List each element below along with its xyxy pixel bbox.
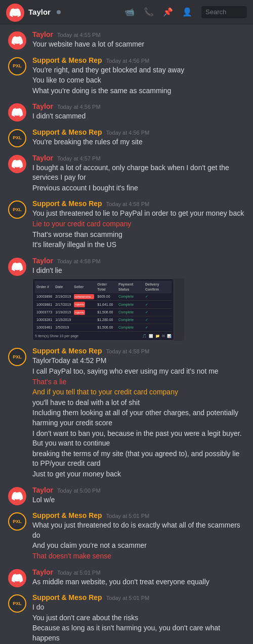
table-header: Seller: [72, 281, 96, 293]
message-body: Support & Meso RepToday at 4:56 PMYou're…: [32, 56, 245, 97]
header-avatar: [6, 4, 24, 22]
message-body: TaylorToday at 5:00 PMLol w/e: [32, 486, 245, 506]
pxl-avatar-text: PXL: [13, 136, 22, 140]
search-box[interactable]: Search: [201, 6, 247, 18]
discord-logo-icon: [12, 35, 23, 46]
message-header: PXLSupport & Meso RepToday at 4:56 PMYou…: [8, 56, 245, 97]
message-line: I call PayPal too, saying who ever using…: [32, 367, 245, 377]
header: Taylor 📹 📞 📌 👤 Search: [0, 0, 253, 24]
table-header: Date: [54, 281, 72, 293]
table-row: 10003461 1/5/2019 $1,506.00 Complete ✓: [35, 324, 172, 331]
message-group: TaylorToday at 4:56 PMI didn't scammed: [0, 100, 253, 125]
order-date: 1/15/2019: [54, 316, 72, 324]
message-group: TaylorToday at 4:55 PMYour website have …: [0, 28, 253, 53]
order-seller: rohsteinsha...: [72, 293, 96, 301]
message-meta: TaylorToday at 4:56 PM: [32, 102, 245, 110]
pxl-avatar-text: PXL: [13, 64, 22, 68]
discord-logo-icon: [12, 107, 23, 118]
avatar: PXL: [8, 512, 26, 531]
order-total: $1,506.00: [96, 324, 117, 331]
author-name: Support & Meso Rep: [32, 56, 102, 64]
message-line: I didn't scammed: [32, 111, 245, 122]
avatar: PXL: [8, 200, 26, 219]
message-line: I didn't lie: [32, 266, 245, 276]
table-row: 10003281 1/15/2019 $1,280.00 Complete ✓: [35, 316, 172, 324]
message-meta: Support & Meso RepToday at 5:01 PM: [32, 593, 245, 601]
delivery-confirm: ✓: [144, 308, 172, 316]
message-line: And you claim you're not a scammer: [32, 541, 245, 551]
messages-container: TaylorToday at 4:55 PMYour website have …: [0, 24, 253, 644]
message-line: you'll have to deal with a lot of shit: [32, 398, 245, 408]
table-header: Payment Status: [117, 281, 144, 293]
message-line: breaking the terms of my site (that you …: [32, 449, 245, 469]
discord-logo-icon: [12, 261, 23, 272]
table-row: 10003881 2/17/2019 ngunty $1,641.00 Comp…: [35, 301, 172, 308]
order-seller: [72, 324, 96, 331]
author-name: Support & Meso Rep: [32, 347, 102, 355]
table-footer-text: 5 item(s) Show 10 per page: [35, 334, 78, 339]
message-timestamp: Today at 4:56 PM: [106, 130, 150, 136]
table-header: Order #: [35, 281, 54, 293]
message-header: PXLSupport & Meso RepToday at 5:01 PMI d…: [8, 593, 245, 643]
order-seller: [72, 316, 96, 324]
order-total: $609.00: [96, 293, 117, 301]
message-content: Your website have a lot of scammer: [32, 39, 245, 50]
delivery-confirm: ✓: [144, 293, 172, 301]
message-line: And if you tell that to your credit card…: [32, 387, 245, 397]
message-body: Support & Meso RepToday at 4:58 PMYou ju…: [32, 199, 245, 250]
message-content: What you just threatened to do is exactl…: [32, 520, 245, 561]
message-content: I bought a lot of account, only charge b…: [32, 163, 245, 193]
discord-icon: [10, 7, 21, 18]
pxl-avatar-text: PXL: [13, 519, 22, 524]
message-line: Previous account I bought it's fine: [32, 183, 245, 193]
order-number: 10003881: [35, 301, 54, 308]
message-group: TaylorToday at 4:58 PMI didn't lie Order…: [0, 255, 253, 344]
message-line: That's a lie: [32, 377, 245, 387]
avatar: [8, 103, 26, 122]
message-line: You like to come back: [32, 75, 245, 86]
message-meta: Support & Meso RepToday at 5:01 PM: [32, 511, 245, 519]
message-header: PXLSupport & Meso RepToday at 4:58 PMTay…: [8, 347, 245, 479]
message-line: Because as long as it isn't harming you,…: [32, 623, 245, 643]
message-meta: Support & Meso RepToday at 4:56 PM: [32, 56, 245, 64]
message-body: TaylorToday at 4:56 PMI didn't scammed: [32, 102, 245, 122]
message-meta: Support & Meso RepToday at 4:58 PM: [32, 347, 245, 355]
pxl-avatar-text: PXL: [13, 601, 22, 606]
message-meta: Support & Meso RepToday at 4:58 PM: [32, 199, 245, 208]
message-content: As middle man website, you don't treat e…: [32, 577, 245, 587]
message-timestamp: Today at 4:58 PM: [57, 258, 101, 264]
message-meta: TaylorToday at 5:00 PM: [32, 486, 245, 494]
search-placeholder: Search: [205, 8, 226, 16]
message-header: TaylorToday at 5:01 PMAs middle man webs…: [8, 568, 245, 588]
message-meta: TaylorToday at 4:55 PM: [32, 30, 245, 38]
message-header: TaylorToday at 5:00 PMLol w/e: [8, 486, 245, 506]
pin-icon[interactable]: 📌: [163, 7, 173, 17]
message-meta: Support & Meso RepToday at 4:56 PM: [32, 128, 245, 136]
avatar: PXL: [8, 594, 26, 613]
message-content: Lol w/e: [32, 495, 245, 505]
message-timestamp: Today at 4:58 PM: [106, 201, 150, 207]
message-line: Including them looking at all of your ot…: [32, 408, 245, 428]
order-status: Complete: [117, 308, 144, 316]
video-call-icon[interactable]: 📹: [124, 7, 135, 17]
call-icon[interactable]: 📞: [144, 7, 154, 17]
author-name: Taylor: [32, 154, 53, 162]
message-header: TaylorToday at 4:55 PMYour website have …: [8, 30, 245, 50]
add-friend-icon[interactable]: 👤: [182, 7, 192, 17]
message-timestamp: Today at 4:55 PM: [57, 32, 101, 38]
message-content: I didn't scammed: [32, 111, 245, 122]
avatar: [8, 155, 26, 173]
message-meta: TaylorToday at 4:58 PM: [32, 257, 245, 265]
order-total: $1,506.00: [96, 308, 117, 316]
message-line: You just don't care about the risks: [32, 613, 245, 623]
message-line: That doesn't make sense: [32, 551, 245, 561]
table-footer: 5 item(s) Show 10 per page 🎵 ⬜ 📁 ✉ 📊: [35, 334, 172, 339]
discord-logo-icon: [12, 491, 23, 502]
message-line: You're right, and they get blocked and s…: [32, 65, 245, 75]
message-line: You're breaking the rules of my site: [32, 137, 245, 147]
order-status: Complete: [117, 316, 144, 324]
header-left: Taylor: [6, 3, 124, 22]
table-header: Order Total: [96, 281, 117, 293]
message-line: Your website have a lot of scammer: [32, 39, 245, 50]
message-header: TaylorToday at 4:57 PMI bought a lot of …: [8, 154, 245, 194]
